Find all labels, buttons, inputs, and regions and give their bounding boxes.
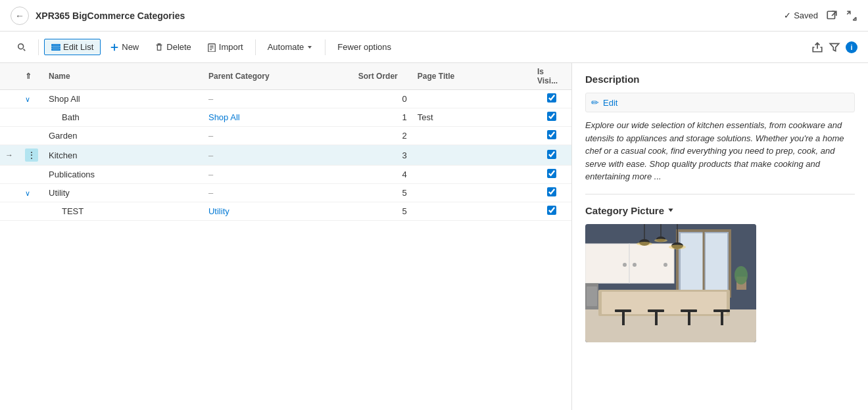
delete-label: Delete: [166, 42, 191, 52]
table-row[interactable]: TESTUtility5: [0, 202, 571, 221]
delete-button[interactable]: Delete: [148, 39, 198, 55]
visible-col-label: Is Visi...: [537, 67, 566, 85]
row-page-title: Test: [412, 108, 532, 127]
row-name: Bath: [43, 108, 203, 127]
category-picture-image: [585, 224, 756, 342]
row-visible-checkbox-cell[interactable]: [532, 108, 571, 127]
row-visible-checkbox-cell[interactable]: [532, 90, 571, 108]
row-sort-order: 2: [353, 127, 412, 145]
table-row[interactable]: Garden–2: [0, 127, 571, 145]
row-visible-checkbox-cell[interactable]: [532, 127, 571, 145]
edit-row[interactable]: ✏ Edit: [585, 93, 855, 112]
row-visible-checkbox[interactable]: [547, 150, 556, 159]
row-expand[interactable]: ∨: [20, 90, 43, 108]
row-parent: –: [203, 127, 353, 145]
toolbar: Edit List New Delete Import Automate Few…: [0, 32, 868, 63]
plus-icon: [110, 43, 119, 52]
th-name[interactable]: Name: [43, 63, 203, 90]
row-visible-checkbox-cell[interactable]: [532, 145, 571, 166]
row-sort-order: 5: [353, 184, 412, 202]
row-visible-checkbox-cell[interactable]: [532, 166, 571, 184]
new-label: New: [122, 42, 139, 52]
row-visible-checkbox[interactable]: [547, 112, 556, 121]
table-row[interactable]: ∨Shop All–0: [0, 90, 571, 108]
automate-button[interactable]: Automate: [261, 39, 320, 55]
row-parent[interactable]: Utility: [203, 202, 353, 221]
right-panel: Description ✏ Edit Explore our wide sele…: [572, 63, 868, 410]
svg-rect-8: [681, 233, 704, 294]
description-title: Description: [585, 74, 855, 85]
open-new-window-icon[interactable]: [826, 10, 838, 22]
row-expand: [20, 127, 43, 145]
back-button[interactable]: ←: [11, 7, 29, 25]
row-sort-order: 4: [353, 166, 412, 184]
th-visible[interactable]: Is Visi...: [532, 63, 571, 90]
edit-label: Edit: [603, 98, 617, 108]
categories-table: ⇑ Name Parent Category: [0, 63, 571, 221]
saved-indicator: ✓ Saved: [784, 11, 818, 20]
table-row[interactable]: BathShop All1Test: [0, 108, 571, 127]
th-sort[interactable]: Sort Order: [353, 63, 412, 90]
info-button[interactable]: i: [846, 41, 857, 53]
name-col-label: Name: [49, 72, 70, 81]
edit-list-button[interactable]: Edit List: [44, 39, 101, 55]
table-panel: ⇑ Name Parent Category: [0, 63, 572, 410]
row-visible-checkbox[interactable]: [547, 130, 556, 139]
row-expand: ⋮: [20, 145, 43, 166]
edit-list-label: Edit List: [63, 42, 93, 52]
th-arrow: [0, 63, 20, 90]
row-name: Utility: [43, 184, 203, 202]
row-visible-checkbox-cell[interactable]: [532, 202, 571, 221]
svg-point-35: [637, 242, 652, 246]
svg-rect-9: [706, 233, 727, 294]
row-arrow: [0, 184, 20, 202]
table-row[interactable]: Publications–4: [0, 166, 571, 184]
row-page-title: [412, 145, 532, 166]
row-sort-order: 0: [353, 90, 412, 108]
table-body: ∨Shop All–0BathShop All1TestGarden–2→⋮Ki…: [0, 90, 571, 221]
row-visible-checkbox-cell[interactable]: [532, 184, 571, 202]
new-button[interactable]: New: [103, 39, 145, 55]
chevron-down-icon: [667, 206, 675, 214]
back-icon: ←: [15, 11, 24, 21]
kitchen-svg: [585, 224, 756, 342]
row-visible-checkbox[interactable]: [547, 93, 556, 102]
automate-label: Automate: [268, 42, 304, 52]
svg-rect-15: [615, 309, 631, 312]
share-icon[interactable]: [811, 41, 823, 53]
th-pagetitle[interactable]: Page Title: [412, 63, 532, 90]
row-visible-checkbox[interactable]: [547, 187, 556, 196]
category-picture-header[interactable]: Category Picture: [585, 205, 855, 216]
row-name: Kitchen: [43, 145, 203, 166]
svg-rect-22: [721, 312, 723, 325]
description-text: Explore our wide selection of kitchen es…: [585, 119, 855, 183]
divider-3: [325, 39, 326, 55]
trash-icon: [155, 43, 164, 52]
row-expand[interactable]: ∨: [20, 184, 43, 202]
row-arrow: [0, 90, 20, 108]
info-icon: i: [850, 43, 852, 51]
import-button[interactable]: Import: [201, 39, 250, 55]
th-expand[interactable]: ⇑: [20, 63, 43, 90]
row-expand: [20, 108, 43, 127]
row-visible-checkbox[interactable]: [547, 169, 556, 178]
row-name: TEST: [43, 202, 203, 221]
th-parent[interactable]: Parent Category: [203, 63, 353, 90]
context-menu-button[interactable]: ⋮: [25, 148, 38, 162]
row-parent[interactable]: Shop All: [203, 108, 353, 127]
saved-label: Saved: [794, 11, 818, 20]
row-arrow: →: [0, 145, 20, 166]
svg-rect-39: [587, 286, 597, 306]
fewer-options-button[interactable]: Fewer options: [331, 39, 398, 55]
row-visible-checkbox[interactable]: [547, 206, 556, 215]
table-row[interactable]: ∨Utility–5: [0, 184, 571, 202]
svg-rect-3: [52, 47, 60, 48]
divider-1: [38, 39, 39, 55]
svg-rect-0: [827, 11, 834, 18]
collapse-icon[interactable]: [846, 10, 857, 22]
search-button[interactable]: [11, 40, 33, 55]
svg-rect-17: [648, 309, 664, 312]
filter-icon[interactable]: [829, 41, 840, 53]
svg-rect-21: [713, 309, 730, 312]
table-row[interactable]: →⋮Kitchen–3: [0, 145, 571, 166]
